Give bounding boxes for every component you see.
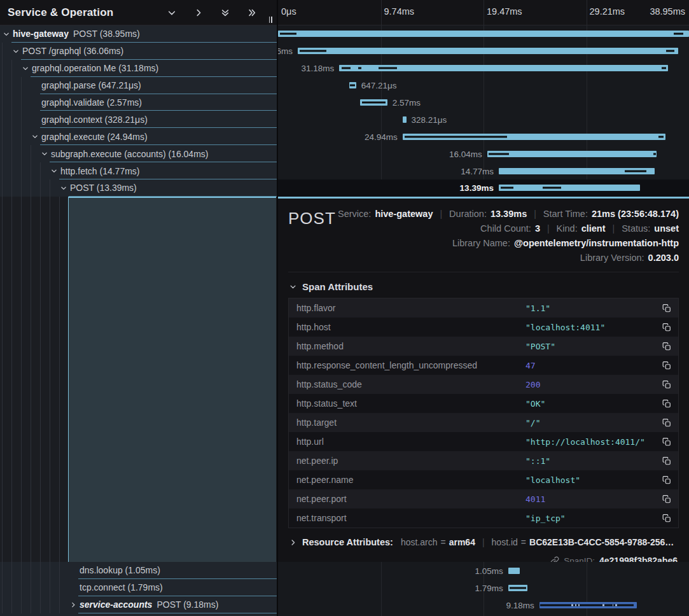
tree-row[interactable]: graphql.execute (24.94ms) (0, 128, 277, 145)
tree-row[interactable]: hive-gatewayPOST (38.95ms) (0, 25, 277, 43)
span-bar[interactable] (539, 602, 637, 608)
child-span-marker (674, 33, 683, 35)
child-span-marker (405, 136, 507, 137)
chevron-down-icon[interactable] (31, 133, 38, 140)
operation-name: tcp.connect (1.79ms) (80, 582, 163, 592)
span-bar[interactable] (339, 65, 668, 71)
span-bar[interactable] (508, 585, 527, 591)
copy-icon[interactable] (662, 475, 672, 485)
copy-icon[interactable] (662, 360, 672, 370)
copy-icon[interactable] (662, 417, 672, 428)
span-bar[interactable] (499, 168, 655, 174)
tree-row[interactable]: POST (13.39ms) (0, 179, 277, 197)
tree-row[interactable]: POST /graphql (36.06ms) (0, 43, 277, 60)
indent-guide (50, 179, 50, 197)
chevron-down-icon[interactable] (41, 150, 48, 157)
copy-icon[interactable] (662, 513, 672, 523)
tree-row[interactable]: tcp.connect (1.79ms) (0, 579, 277, 596)
child-span-marker (653, 153, 655, 155)
meta-divider: | (613, 223, 615, 234)
copy-icon[interactable] (662, 437, 672, 447)
child-span-marker (575, 604, 576, 606)
span-bar[interactable] (278, 31, 689, 37)
attribute-key: http.url (296, 437, 525, 447)
duration-label: 1.05ms (475, 566, 503, 575)
chevron-down-icon[interactable] (60, 185, 67, 192)
chevron-down-icon[interactable] (22, 65, 29, 72)
attribute-value: "/" (525, 418, 662, 428)
ruler-gridline (587, 0, 587, 25)
timeline-row[interactable]: 16.04ms (278, 145, 689, 162)
timeline-rows: 38.95ms36.06ms31.18ms647.21μs2.57ms328.2… (278, 25, 689, 197)
copy-icon[interactable] (662, 322, 672, 332)
span-bar[interactable] (487, 151, 657, 157)
tree-row[interactable]: subgraph.execute (accounts) (16.04ms) (0, 145, 277, 162)
indent-guide (2, 77, 3, 94)
copy-icon[interactable] (662, 303, 672, 313)
operation-name: http.fetch (14.77ms) (60, 166, 140, 176)
timeline-row[interactable]: 9.18ms (278, 596, 689, 613)
indent-guide (2, 145, 3, 162)
link-icon[interactable] (550, 556, 559, 562)
timeline-row[interactable]: 36.06ms (278, 43, 689, 60)
span-title: POST (288, 205, 336, 228)
tree-row[interactable]: graphql.context (328.21μs) (0, 111, 277, 128)
timeline-row[interactable]: 14.77ms (278, 162, 689, 179)
copy-icon[interactable] (662, 456, 672, 466)
operation-name: graphql.parse (647.21μs) (41, 80, 141, 90)
timeline-row[interactable]: 1.05ms (278, 562, 689, 579)
child-span-marker (625, 170, 646, 172)
span-bar[interactable] (403, 116, 407, 123)
timeline-row[interactable]: 1.79ms (278, 579, 689, 596)
span-name-label: service-accountsPOST (9.18ms) (0, 599, 218, 610)
timeline-row[interactable]: 13.39ms (278, 179, 689, 197)
timeline-row[interactable]: 2.57ms (278, 94, 689, 111)
copy-icon[interactable] (662, 494, 672, 504)
chevron-right-icon[interactable] (289, 539, 296, 546)
timeline-row[interactable]: 38.95ms (278, 25, 689, 43)
span-bar[interactable] (349, 82, 356, 88)
resource-attributes-title: Resource Attributes: (302, 537, 393, 547)
tree-row[interactable]: service-accountsPOST (9.18ms) (0, 596, 277, 613)
chevron-down-icon[interactable] (167, 8, 176, 17)
child-span-marker (300, 50, 326, 52)
tree-row[interactable]: dns.lookup (1.05ms) (0, 562, 277, 579)
panel-resize-handle[interactable] (267, 16, 274, 24)
meta-label: Child Count: (480, 223, 531, 234)
timeline-row[interactable]: 24.94ms (278, 128, 689, 145)
span-bar[interactable] (508, 568, 520, 574)
span-bar[interactable] (298, 48, 678, 54)
span-tree-header: Service & Operation (0, 0, 277, 25)
chevron-down-icon[interactable] (3, 31, 10, 38)
span-attributes-toggle[interactable]: Span Attributes (289, 281, 679, 292)
tree-row[interactable]: graphql.operation Me (31.18ms) (0, 60, 277, 77)
indent-guide (11, 111, 12, 128)
attribute-value: "ip_tcp" (525, 514, 662, 523)
span-meta: Service:hive-gateway|Duration:13.39ms|St… (338, 205, 679, 263)
span-bar[interactable] (360, 99, 387, 106)
indent-guide (2, 60, 3, 77)
timeline-row[interactable]: 328.21μs (278, 111, 689, 128)
copy-icon[interactable] (662, 341, 672, 351)
chevron-down-icon[interactable] (50, 167, 57, 174)
chevron-right-icon[interactable] (69, 601, 76, 608)
meta-label: Kind: (557, 223, 578, 234)
double-chevron-right-icon[interactable] (247, 8, 256, 17)
tree-row[interactable]: graphql.validate (2.57ms) (0, 94, 277, 111)
child-span-marker (615, 604, 616, 606)
tree-row[interactable]: http.fetch (14.77ms) (0, 162, 277, 179)
chevron-right-icon[interactable] (193, 8, 203, 17)
span-meta-line: Library Version:0.203.0 (580, 253, 679, 263)
chevron-down-icon[interactable] (12, 48, 19, 55)
span-meta-line: Child Count:3|Kind:client|Status:unset (480, 223, 679, 234)
duration-label: 36.06ms (278, 46, 293, 56)
timeline-row[interactable]: 647.21μs (278, 77, 689, 94)
double-chevron-down-icon[interactable] (220, 8, 230, 17)
copy-icon[interactable] (662, 379, 672, 389)
span-bar[interactable] (403, 134, 665, 140)
copy-icon[interactable] (662, 398, 672, 409)
child-span-marker (571, 604, 573, 606)
span-bar[interactable] (499, 185, 640, 191)
timeline-row[interactable]: 31.18ms (278, 60, 689, 77)
tree-row[interactable]: graphql.parse (647.21μs) (0, 77, 277, 94)
